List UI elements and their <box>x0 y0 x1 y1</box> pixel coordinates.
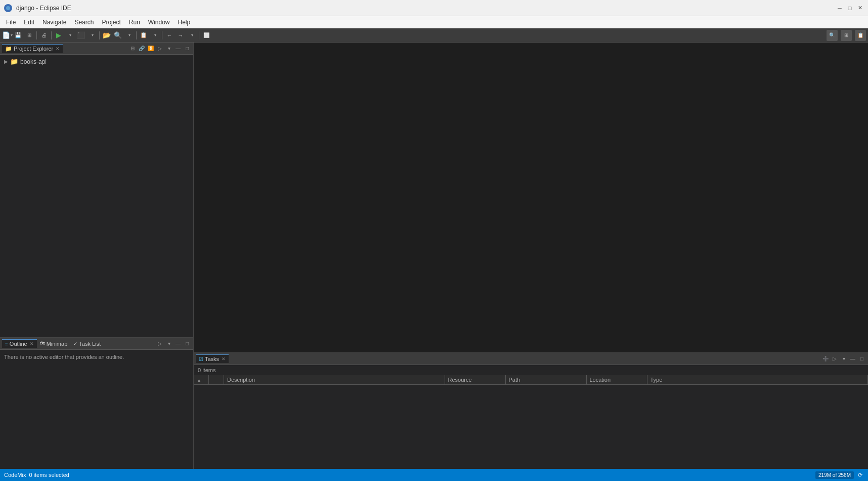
view-menu-btn[interactable]: ▾ <box>165 45 173 53</box>
project-explorer-header: 📁 Project Explorer ✕ ⊟ 🔗 ⏬ ▷ ▾ — □ <box>0 43 193 55</box>
collapse-all-btn[interactable]: ⊟ <box>128 45 137 53</box>
save-all-button[interactable]: ⊞ <box>24 30 34 41</box>
codemix-label: CodeMix <box>4 472 26 478</box>
tasks-col-resource[interactable]: Resource <box>445 375 506 384</box>
perspective-search-btn[interactable]: 🔍 <box>827 30 838 41</box>
tasks-header: ☑ Tasks ✕ ➕ ▷ ▾ — □ <box>194 353 868 365</box>
close-button[interactable]: ✕ <box>856 4 864 12</box>
window-title: django - Eclipse IDE <box>16 5 832 12</box>
tasks-col-description[interactable]: Description <box>224 375 445 384</box>
project-explorer-content: ▶ 📁 books-api <box>0 55 193 337</box>
tasks-col-sort[interactable]: ▲ <box>194 375 209 384</box>
tasks-panel: ☑ Tasks ✕ ➕ ▷ ▾ — □ 0 items ▲ Descriptio… <box>194 352 868 469</box>
tasks-toolbar: ➕ ▷ ▾ — □ <box>821 355 866 363</box>
task-list-tab-label: Task List <box>79 341 101 347</box>
tree-books-api[interactable]: ▶ 📁 books-api <box>0 57 193 66</box>
gc-btn[interactable]: ⟳ <box>856 471 864 479</box>
tasks-expand-btn[interactable]: ▷ <box>831 355 839 363</box>
forward-button[interactable]: → <box>176 30 186 41</box>
history-button[interactable]: ⬜ <box>201 30 211 41</box>
status-bar: CodeMix 0 items selected 219M of 256M ⟳ <box>0 469 868 481</box>
tasks-col-location[interactable]: Location <box>587 375 647 384</box>
nav-dropdown[interactable]: ▾ <box>187 30 197 41</box>
sep6 <box>199 31 199 39</box>
tasks-view-menu[interactable]: ▾ <box>840 355 848 363</box>
outline-message: There is no active editor that provides … <box>0 350 193 364</box>
app-icon <box>4 4 12 12</box>
outline-minimize[interactable]: — <box>174 340 182 348</box>
filter-btn[interactable]: ⏬ <box>147 45 155 53</box>
maximize-button[interactable]: □ <box>846 4 854 12</box>
stop-button[interactable]: ⬛ <box>76 30 86 41</box>
print-button[interactable]: 🖨 <box>39 30 49 41</box>
outline-tab-label: Outline <box>10 341 27 347</box>
menu-bar: File Edit Navigate Search Project Run Wi… <box>0 16 868 28</box>
outline-close[interactable]: ✕ <box>30 341 34 346</box>
status-left: CodeMix 0 items selected <box>4 472 69 478</box>
menu-navigate[interactable]: Navigate <box>38 18 70 27</box>
search-dropdown[interactable]: ▾ <box>124 30 134 41</box>
minimap-tab-label: Minimap <box>47 341 68 347</box>
bottom-left-header: ≡ Outline ✕ 🗺 Minimap ✓ Task List ▷ ▾ — … <box>0 338 193 350</box>
stop-dropdown[interactable]: ▾ <box>87 30 97 41</box>
project-explorer-toolbar: ⊟ 🔗 ⏬ ▷ ▾ — □ <box>128 45 191 53</box>
tasks-add-btn[interactable]: ➕ <box>821 355 830 363</box>
link-with-editor-btn[interactable]: 🔗 <box>138 45 146 53</box>
menu-window[interactable]: Window <box>144 18 174 27</box>
project-name: books-api <box>20 58 47 65</box>
tasks-col-path[interactable]: Path <box>506 375 587 384</box>
maximize-panel-btn[interactable]: □ <box>183 45 191 53</box>
expand-panel-btn[interactable]: ▷ <box>156 45 164 53</box>
menu-project[interactable]: Project <box>98 18 124 27</box>
tasks-table: ▲ Description Resource Path Location Typ… <box>194 375 868 469</box>
menu-search[interactable]: Search <box>70 18 98 27</box>
minimap-tab[interactable]: 🗺 Minimap <box>37 340 71 348</box>
outline-maximize[interactable]: □ <box>183 340 191 348</box>
project-explorer-tab[interactable]: 📁 Project Explorer ✕ <box>2 44 63 53</box>
outline-tab[interactable]: ≡ Outline ✕ <box>2 339 37 348</box>
tasks-maximize[interactable]: □ <box>858 355 866 363</box>
perspective-extra[interactable]: 📋 <box>855 30 866 41</box>
menu-edit[interactable]: Edit <box>20 18 38 27</box>
menu-help[interactable]: Help <box>174 18 195 27</box>
outline-view-menu[interactable]: ▾ <box>165 340 173 348</box>
bottom-left-panel: ≡ Outline ✕ 🗺 Minimap ✓ Task List ▷ ▾ — … <box>0 337 193 469</box>
perspective-toggle[interactable]: ⊞ <box>841 30 852 41</box>
outline-expand-btn[interactable]: ▷ <box>156 340 164 348</box>
folder-icon: 📁 <box>10 58 18 65</box>
left-panel: 📁 Project Explorer ✕ ⊟ 🔗 ⏬ ▷ ▾ — □ ▶ 📁 b… <box>0 43 194 469</box>
tasks-minimize[interactable]: — <box>849 355 857 363</box>
sep2 <box>51 31 52 39</box>
open-resource-dropdown[interactable]: ▾ <box>150 30 160 41</box>
memory-usage[interactable]: 219M of 256M <box>815 471 854 479</box>
debug-dropdown[interactable]: ▾ <box>65 30 75 41</box>
window-controls: ─ □ ✕ <box>836 4 864 12</box>
search-btn[interactable]: 🔍 <box>113 30 123 41</box>
debug-button[interactable]: ▶ <box>54 30 64 41</box>
tasks-columns: ▲ Description Resource Path Location Typ… <box>194 375 868 385</box>
open-button[interactable]: 📂 <box>102 30 112 41</box>
tasks-col-type[interactable]: Type <box>647 375 869 384</box>
toolbar-search-area: 🔍 ⊞ 📋 <box>826 30 866 41</box>
project-explorer-close[interactable]: ✕ <box>56 46 60 51</box>
outline-toolbar: ▷ ▾ — □ <box>156 340 191 348</box>
tasks-close[interactable]: ✕ <box>222 356 226 362</box>
menu-run[interactable]: Run <box>125 18 144 27</box>
sep1 <box>36 31 37 39</box>
tasks-col-icon[interactable] <box>209 375 224 384</box>
expand-arrow: ▶ <box>4 59 8 64</box>
toolbar: 📄▾ 💾 ⊞ 🖨 ▶ ▾ ⬛ ▾ 📂 🔍 ▾ 📋 ▾ ← → ▾ ⬜ 🔍 ⊞ 📋 <box>0 28 868 43</box>
back-button[interactable]: ← <box>164 30 175 41</box>
tasks-tab-label: Tasks <box>205 356 219 362</box>
sep3 <box>99 31 100 39</box>
save-button[interactable]: 💾 <box>13 30 23 41</box>
tasks-count: 0 items <box>194 365 868 375</box>
menu-file[interactable]: File <box>2 18 20 27</box>
task-list-tab[interactable]: ✓ Task List <box>70 340 104 348</box>
open-resource-btn[interactable]: 📋 <box>139 30 149 41</box>
sep5 <box>162 31 162 39</box>
new-button[interactable]: 📄▾ <box>2 30 12 41</box>
minimize-panel-btn[interactable]: — <box>174 45 182 53</box>
tasks-tab[interactable]: ☑ Tasks ✕ <box>196 354 229 363</box>
minimize-button[interactable]: ─ <box>836 4 844 12</box>
